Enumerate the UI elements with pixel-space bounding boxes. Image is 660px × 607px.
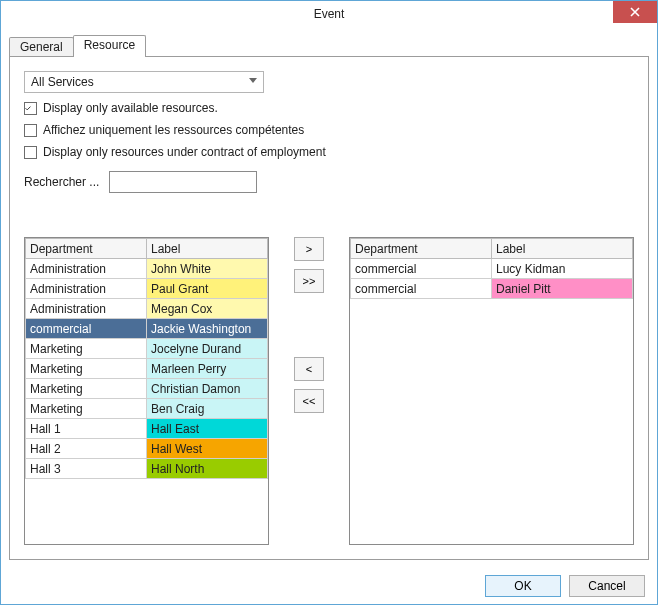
- tab-general[interactable]: General: [9, 37, 74, 57]
- table-row[interactable]: Hall 2Hall West: [26, 439, 268, 459]
- close-icon: [630, 7, 640, 17]
- table-row[interactable]: MarketingJocelyne Durand: [26, 339, 268, 359]
- move-right-button[interactable]: >: [294, 237, 324, 261]
- close-button[interactable]: [613, 1, 657, 23]
- content-area: General Resource All Services Display on…: [1, 27, 657, 568]
- tab-panel-resource: All Services Display only available reso…: [9, 56, 649, 560]
- cell-department: Administration: [26, 279, 147, 299]
- move-left-button[interactable]: <: [294, 357, 324, 381]
- table-row[interactable]: MarketingChristian Damon: [26, 379, 268, 399]
- event-dialog: Event General Resource All Services Disp…: [0, 0, 658, 605]
- move-buttons-column: > >> < <<: [277, 237, 341, 545]
- cell-department: Administration: [26, 259, 147, 279]
- cell-department: commercial: [351, 279, 492, 299]
- tab-resource[interactable]: Resource: [73, 35, 146, 57]
- cell-label: Marleen Perry: [147, 359, 268, 379]
- search-label: Rechercher ...: [24, 175, 99, 189]
- cancel-button[interactable]: Cancel: [569, 575, 645, 597]
- cell-label: Hall North: [147, 459, 268, 479]
- cell-label: Lucy Kidman: [492, 259, 633, 279]
- cell-department: Hall 3: [26, 459, 147, 479]
- checkbox-available-label: Display only available resources.: [43, 101, 218, 115]
- cell-department: commercial: [351, 259, 492, 279]
- dialog-footer: OK Cancel: [1, 568, 657, 604]
- checkbox-contract[interactable]: [24, 146, 37, 159]
- grid-header-row: Department Label: [351, 239, 633, 259]
- cell-department: Hall 2: [26, 439, 147, 459]
- cell-label: Jackie Washington: [147, 319, 268, 339]
- chevron-down-icon: [249, 78, 257, 83]
- move-all-left-button[interactable]: <<: [294, 389, 324, 413]
- cell-label: Hall West: [147, 439, 268, 459]
- available-resources-grid[interactable]: Department Label AdministrationJohn Whit…: [24, 237, 269, 545]
- cell-department: Administration: [26, 299, 147, 319]
- ok-button[interactable]: OK: [485, 575, 561, 597]
- lists-area: Department Label AdministrationJohn Whit…: [24, 237, 634, 545]
- cell-department: Marketing: [26, 379, 147, 399]
- checkbox-competent[interactable]: [24, 124, 37, 137]
- table-row[interactable]: AdministrationJohn White: [26, 259, 268, 279]
- selected-resources-grid[interactable]: Department Label commercialLucy Kidmanco…: [349, 237, 634, 545]
- checkbox-contract-label: Display only resources under contract of…: [43, 145, 326, 159]
- cell-department: commercial: [26, 319, 147, 339]
- cell-department: Hall 1: [26, 419, 147, 439]
- table-row[interactable]: Hall 1Hall East: [26, 419, 268, 439]
- col-header-department[interactable]: Department: [351, 239, 492, 259]
- search-input[interactable]: [109, 171, 257, 193]
- cell-label: Hall East: [147, 419, 268, 439]
- cell-label: John White: [147, 259, 268, 279]
- table-row[interactable]: AdministrationMegan Cox: [26, 299, 268, 319]
- cell-department: Marketing: [26, 359, 147, 379]
- service-dropdown-value: All Services: [31, 75, 94, 89]
- col-header-label[interactable]: Label: [492, 239, 633, 259]
- table-row[interactable]: commercialLucy Kidman: [351, 259, 633, 279]
- table-row[interactable]: commercialJackie Washington: [26, 319, 268, 339]
- table-row[interactable]: MarketingMarleen Perry: [26, 359, 268, 379]
- table-row[interactable]: MarketingBen Craig: [26, 399, 268, 419]
- table-row[interactable]: Hall 3Hall North: [26, 459, 268, 479]
- table-row[interactable]: AdministrationPaul Grant: [26, 279, 268, 299]
- cell-department: Marketing: [26, 399, 147, 419]
- checkbox-available[interactable]: [24, 102, 37, 115]
- window-title: Event: [1, 1, 657, 27]
- cell-label: Daniel Pitt: [492, 279, 633, 299]
- table-row[interactable]: commercialDaniel Pitt: [351, 279, 633, 299]
- service-dropdown[interactable]: All Services: [24, 71, 264, 93]
- col-header-label[interactable]: Label: [147, 239, 268, 259]
- move-all-right-button[interactable]: >>: [294, 269, 324, 293]
- cell-label: Jocelyne Durand: [147, 339, 268, 359]
- tabstrip: General Resource: [9, 35, 649, 57]
- cell-label: Paul Grant: [147, 279, 268, 299]
- col-header-department[interactable]: Department: [26, 239, 147, 259]
- titlebar: Event: [1, 1, 657, 27]
- cell-label: Ben Craig: [147, 399, 268, 419]
- check-icon: [25, 103, 31, 114]
- cell-label: Christian Damon: [147, 379, 268, 399]
- checkbox-competent-label: Affichez uniquement les ressources compé…: [43, 123, 304, 137]
- grid-header-row: Department Label: [26, 239, 268, 259]
- cell-department: Marketing: [26, 339, 147, 359]
- cell-label: Megan Cox: [147, 299, 268, 319]
